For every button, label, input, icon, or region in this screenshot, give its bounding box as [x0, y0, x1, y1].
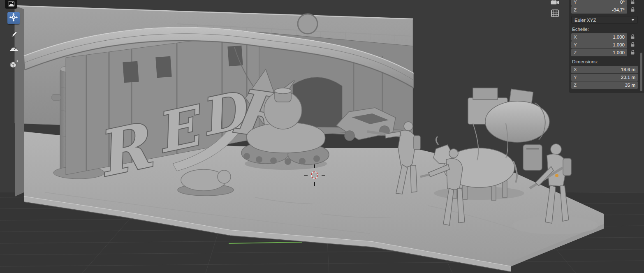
- camera-icon: [550, 0, 560, 7]
- lock-open-icon: [630, 42, 635, 48]
- scale-x-value: 1.000: [613, 35, 625, 39]
- measure-tool-button[interactable]: [8, 44, 19, 55]
- dimension-z-row: Z 35 m: [571, 81, 644, 89]
- axis-label: X: [574, 35, 577, 39]
- lock-open-icon: [630, 0, 635, 5]
- viewport-3d[interactable]: R E D R: [0, 0, 644, 273]
- axis-label: Y: [574, 42, 577, 47]
- rotation-z-lock[interactable]: [627, 7, 638, 13]
- scale-x-field[interactable]: X 1.000: [571, 33, 627, 41]
- rotation-y-row: Y 0°: [571, 0, 644, 6]
- scale-z-row: Z 1.000: [571, 49, 644, 56]
- add-cube-tool-button[interactable]: [7, 59, 20, 72]
- scale-z-field[interactable]: Z 1.000: [571, 49, 627, 56]
- axis-label: Z: [574, 50, 577, 55]
- lock-open-icon: [630, 7, 635, 13]
- rotation-mode-value: Euler XYZ: [575, 18, 596, 23]
- move-gizmo-icon: [9, 13, 18, 23]
- camera-view-button[interactable]: [550, 0, 560, 6]
- scale-y-field[interactable]: Y 1.000: [571, 41, 627, 49]
- grid-icon: [551, 9, 559, 19]
- dimension-y-row: Y 23.1 m: [571, 74, 644, 81]
- rotation-z-value: -94.7°: [612, 7, 625, 12]
- dimension-x-row: X 18.6 m: [571, 66, 644, 73]
- protractor-icon: [10, 44, 18, 54]
- transform-sidebar-panel: Y 0° Z -94.7° Eule: [569, 0, 644, 93]
- rotation-z-field[interactable]: Z -94.7°: [571, 6, 627, 14]
- rotation-y-field[interactable]: Y 0°: [571, 0, 627, 6]
- scale-y-value: 1.000: [613, 42, 625, 47]
- axis-label: X: [574, 67, 577, 72]
- dimensions-section-label: Dimensions:: [572, 59, 644, 65]
- lock-open-icon: [630, 34, 635, 40]
- soldier-marker-dot: [555, 174, 558, 177]
- cube-icon: [9, 60, 19, 71]
- axis-label: Y: [574, 0, 577, 5]
- chevron-down-icon: [631, 19, 635, 21]
- dimension-y-value: 23.1 m: [621, 75, 635, 80]
- dimension-y-field[interactable]: Y 23.1 m: [571, 74, 638, 81]
- move-tool-button[interactable]: [7, 12, 20, 24]
- scale-y-row: Y 1.000: [571, 41, 644, 49]
- axis-label: Z: [574, 7, 577, 12]
- pig-model[interactable]: [178, 169, 234, 196]
- image-editor-icon: [8, 1, 15, 8]
- dimension-z-field[interactable]: Z 35 m: [571, 81, 638, 89]
- dimension-x-field[interactable]: X 18.6 m: [571, 66, 638, 73]
- scale-x-row: X 1.000: [571, 33, 644, 41]
- lock-open-icon: [630, 50, 635, 56]
- dimension-z-value: 35 m: [625, 83, 635, 88]
- panel-scrollbar[interactable]: [640, 53, 642, 91]
- axis-label: Y: [574, 75, 577, 80]
- rotation-y-value: 0°: [620, 0, 625, 5]
- dimension-x-value: 18.6 m: [621, 67, 635, 72]
- editor-type-button[interactable]: [5, 0, 17, 9]
- axis-label: Z: [574, 83, 577, 88]
- scale-x-lock[interactable]: [627, 34, 638, 40]
- rotation-z-row: Z -94.7°: [571, 6, 644, 14]
- scale-section-label: Échelle:: [572, 27, 644, 32]
- scale-z-lock[interactable]: [627, 50, 638, 56]
- scale-y-lock[interactable]: [627, 42, 638, 48]
- annotate-tool-button[interactable]: [8, 30, 19, 41]
- pencil-icon: [10, 30, 18, 40]
- rotation-mode-dropdown[interactable]: Euler XYZ: [571, 16, 638, 24]
- scale-z-value: 1.000: [613, 50, 625, 55]
- grid-view-button[interactable]: [551, 10, 559, 18]
- rotation-y-lock[interactable]: [627, 0, 638, 5]
